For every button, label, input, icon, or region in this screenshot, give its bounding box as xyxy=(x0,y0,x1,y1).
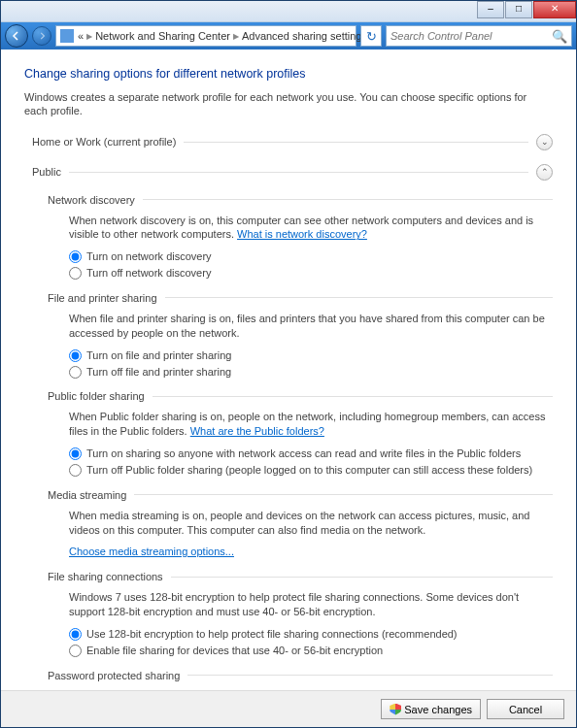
breadcrumb-prefix[interactable]: « xyxy=(78,30,84,42)
radio-label: Turn on network discovery xyxy=(86,249,212,264)
minimize-button[interactable]: – xyxy=(477,1,504,18)
section-header: Public folder sharing xyxy=(48,390,553,402)
profile-homework-label: Home or Work (current profile) xyxy=(32,136,176,148)
radio-input[interactable] xyxy=(69,447,82,460)
radio-group-pfs: Turn on sharing so anyone with network a… xyxy=(69,447,553,478)
divider xyxy=(171,577,553,578)
radio-input[interactable] xyxy=(69,628,82,641)
save-changes-button[interactable]: Save changes xyxy=(381,699,481,719)
radio-label: Turn on file and printer sharing xyxy=(86,348,231,363)
radio-group-fps: Turn on file and printer sharing Turn of… xyxy=(69,348,553,380)
section-file-printer-sharing: File and printer sharing When file and p… xyxy=(48,292,553,379)
radio-fps-off[interactable]: Turn off file and printer sharing xyxy=(69,365,553,380)
link-what-is-network-discovery[interactable]: What is network discovery? xyxy=(237,228,367,240)
close-button[interactable]: ✕ xyxy=(533,1,576,18)
section-public-folder-sharing: Public folder sharing When Public folder… xyxy=(48,390,553,477)
breadcrumb-network-sharing[interactable]: Network and Sharing Center xyxy=(95,30,230,42)
footer-bar: Save changes Cancel xyxy=(1,690,576,727)
divider xyxy=(69,172,528,173)
address-bar[interactable]: « ▶ Network and Sharing Center ▶ Advance… xyxy=(55,25,356,47)
section-header: File sharing connections xyxy=(48,571,553,582)
search-icon[interactable]: 🔍 xyxy=(548,29,571,44)
section-title: Network discovery xyxy=(48,194,135,206)
search-input[interactable] xyxy=(387,30,548,42)
section-network-discovery: Network discovery When network discovery… xyxy=(48,194,553,281)
radio-input[interactable] xyxy=(69,464,82,477)
cancel-button[interactable]: Cancel xyxy=(487,699,564,719)
back-button[interactable] xyxy=(5,24,28,48)
radio-label: Turn off network discovery xyxy=(86,266,211,281)
divider xyxy=(165,297,553,298)
radio-label: Use 128-bit encryption to help protect f… xyxy=(86,627,458,642)
section-title: Public folder sharing xyxy=(48,390,145,402)
control-panel-icon xyxy=(60,29,74,43)
profile-public[interactable]: Public ⌃ xyxy=(32,162,553,182)
refresh-button[interactable]: ↻ xyxy=(360,25,382,47)
section-header: Media streaming xyxy=(48,489,553,501)
radio-group-fsc: Use 128-bit encryption to help protect f… xyxy=(69,627,553,658)
chevron-right-icon: ▶ xyxy=(233,32,239,41)
radio-fps-on[interactable]: Turn on file and printer sharing xyxy=(69,348,553,363)
content-area: Change sharing options for different net… xyxy=(1,50,576,690)
breadcrumb-advanced-sharing[interactable]: Advanced sharing settings xyxy=(242,30,367,42)
window-controls: – □ ✕ xyxy=(476,1,576,18)
chevron-down-icon[interactable]: ⌄ xyxy=(536,134,553,150)
link-what-are-public-folders[interactable]: What are the Public folders? xyxy=(190,425,324,437)
section-title: Media streaming xyxy=(48,489,126,501)
radio-group-netdisc: Turn on network discovery Turn off netwo… xyxy=(69,249,553,281)
radio-input[interactable] xyxy=(69,645,82,657)
section-file-sharing-connections: File sharing connections Windows 7 uses … xyxy=(48,571,553,657)
control-panel-window: – □ ✕ « ▶ Network and Sharing Center ▶ A… xyxy=(0,0,577,728)
link-media-streaming-options[interactable]: Choose media streaming options... xyxy=(69,546,234,557)
arrow-right-icon xyxy=(38,32,46,40)
radio-input[interactable] xyxy=(69,349,82,362)
search-box[interactable]: 🔍 xyxy=(386,25,572,47)
radio-netdisc-off[interactable]: Turn off network discovery xyxy=(69,266,553,281)
radio-input[interactable] xyxy=(69,250,82,263)
radio-label: Enable file sharing for devices that use… xyxy=(86,644,383,658)
section-header: File and printer sharing xyxy=(48,292,553,304)
section-password-protected-sharing: Password protected sharing When password… xyxy=(48,670,553,690)
refresh-icon: ↻ xyxy=(366,29,377,44)
section-media-streaming: Media streaming When media streaming is … xyxy=(48,489,553,560)
chevron-up-icon[interactable]: ⌃ xyxy=(536,164,553,181)
section-title: File and printer sharing xyxy=(48,292,157,304)
divider xyxy=(187,675,553,676)
arrow-left-icon xyxy=(12,31,21,41)
radio-input[interactable] xyxy=(69,267,82,280)
section-desc: When file and printer sharing is on, fil… xyxy=(69,312,553,341)
radio-fsc-128bit[interactable]: Use 128-bit encryption to help protect f… xyxy=(69,627,553,642)
radio-label: Turn off Public folder sharing (people l… xyxy=(86,463,532,478)
section-desc: When Public folder sharing is on, people… xyxy=(69,410,553,439)
page-title: Change sharing options for different net… xyxy=(24,67,553,81)
intro-text: Windows creates a separate network profi… xyxy=(24,90,553,118)
navigation-bar: « ▶ Network and Sharing Center ▶ Advance… xyxy=(1,22,576,50)
radio-pfs-off[interactable]: Turn off Public folder sharing (people l… xyxy=(69,463,553,478)
profile-homework[interactable]: Home or Work (current profile) ⌄ xyxy=(32,132,553,152)
chevron-right-icon: ▶ xyxy=(86,32,92,41)
section-title: File sharing connections xyxy=(48,571,163,582)
section-title: Password protected sharing xyxy=(48,670,180,681)
section-header: Password protected sharing xyxy=(48,670,553,681)
uac-shield-icon xyxy=(390,704,401,715)
radio-label: Turn off file and printer sharing xyxy=(86,365,231,380)
divider xyxy=(184,142,528,143)
divider xyxy=(153,396,553,397)
maximize-button[interactable]: □ xyxy=(505,1,532,18)
section-header: Network discovery xyxy=(48,194,553,206)
profile-public-label: Public xyxy=(32,166,61,178)
divider xyxy=(134,494,553,495)
forward-button[interactable] xyxy=(32,26,51,46)
radio-pfs-on[interactable]: Turn on sharing so anyone with network a… xyxy=(69,447,553,461)
radio-netdisc-on[interactable]: Turn on network discovery xyxy=(69,249,553,264)
save-label: Save changes xyxy=(404,704,472,715)
section-desc: When network discovery is on, this compu… xyxy=(69,214,553,243)
radio-label: Turn on sharing so anyone with network a… xyxy=(86,447,521,461)
section-desc: When media streaming is on, people and d… xyxy=(69,509,553,538)
section-desc: Windows 7 uses 128-bit encryption to hel… xyxy=(69,590,553,619)
divider xyxy=(143,199,553,200)
radio-input[interactable] xyxy=(69,366,82,379)
titlebar: – □ ✕ xyxy=(1,1,576,22)
radio-fsc-4056bit[interactable]: Enable file sharing for devices that use… xyxy=(69,644,553,658)
